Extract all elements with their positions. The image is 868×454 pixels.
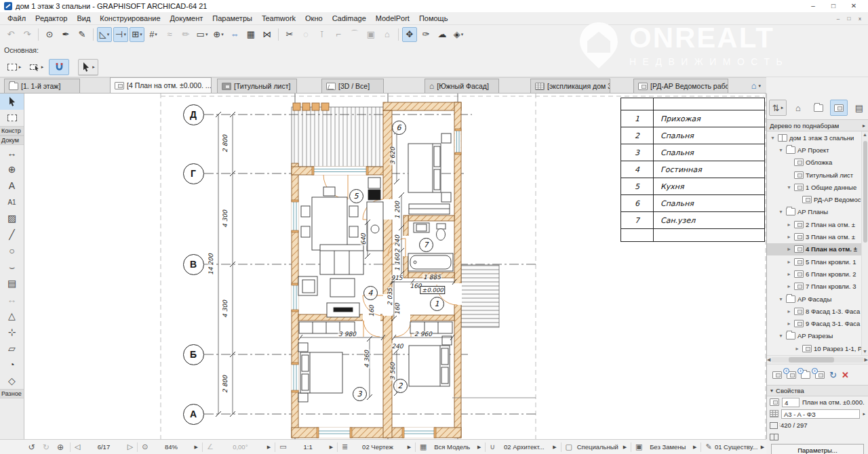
flyout-arrow-icon[interactable]: ▶ [761,445,764,450]
expander-closed-icon[interactable]: ▸ [786,246,792,252]
new-layout-button[interactable]: + [787,371,796,379]
zoom-level[interactable]: ⊙84%▶ [140,440,200,454]
expander-closed-icon[interactable]: ▸ [786,321,792,327]
move-view-icon[interactable]: ⇔ [227,27,242,42]
flyout-arrow-icon[interactable]: ▸ [92,64,95,70]
view-map-icon[interactable] [810,100,827,116]
palette-group-document[interactable]: Докум [0,136,24,145]
flyout-arrow-icon[interactable]: ▶ [693,445,696,450]
pickup-parameters-icon[interactable]: ⊙ [42,27,57,42]
scroll-left-icon[interactable]: ◀ [767,357,770,363]
snap-reference-icon[interactable]: ⊣▾ [113,27,128,42]
layout-id-input[interactable]: 4 [782,398,800,407]
tree-item[interactable]: ▸6 План кровли. 2 [767,268,868,280]
tree-vertical-scrollbar[interactable]: ▲▼ [861,131,868,355]
refresh-button[interactable]: ↻ [829,370,837,380]
arrange-icon[interactable]: ✥ [402,27,417,42]
mdi-minimize-button[interactable]: – [833,16,844,22]
flyout-arrow-icon[interactable]: ▶ [195,445,198,450]
figure-tool[interactable]: ▤ [0,275,24,291]
tree-item[interactable]: ▸9 Фасад 3-1. Фаса [767,317,868,329]
zoom-increase-icon[interactable]: ⊕ [53,442,67,452]
flyout-arrow-icon[interactable]: ▶ [623,445,627,450]
expander-closed-icon[interactable]: ▸ [786,222,792,228]
detail-tool[interactable]: ◔ [0,356,24,373]
expander-closed-icon[interactable]: ▸ [786,308,792,314]
tree-horizontal-scrollbar[interactable]: ◀ ▶ [767,355,868,365]
fill-tool[interactable]: ▨ [0,210,24,226]
new-master-layout-button[interactable]: + [815,371,825,379]
schedule-icon[interactable]: ▦ [243,27,258,42]
layout-settings-button[interactable]: Параметры... [771,444,864,454]
master-layout-flyout-icon[interactable]: ▸ [863,411,865,417]
organizer-button[interactable]: ⇅▸ [769,100,787,116]
tree-item[interactable]: ▸3 План на отм. ± [767,230,868,243]
tab-1[interactable]: [1. 1-й этаж] [4,79,80,93]
guide-lines-icon[interactable]: ◺▾ [97,27,112,42]
arrow-tool[interactable] [0,94,24,110]
expander-open-icon[interactable]: ▾ [786,184,792,190]
hotspot-tool[interactable]: ⊹ [0,324,24,340]
close-button[interactable]: ✕ [844,0,864,12]
menu-Окно[interactable]: Окно [300,12,328,24]
delete-button[interactable]: ✕ [842,370,849,380]
model-filter[interactable]: ▦Вся Модель▶ [418,440,483,454]
graphic-overrides[interactable]: ▣Без Замены▶ [633,440,698,454]
maximize-button[interactable]: □ [823,0,844,12]
expander-open-icon[interactable]: ▾ [778,296,784,302]
layout-name-value[interactable]: План на отм. ±0.000. [802,398,865,406]
expander-closed-icon[interactable]: ▸ [786,259,792,265]
arrow-button[interactable]: ▸ [78,59,98,75]
flyout-arrow-icon[interactable]: ▸ [41,64,44,70]
circle-tool[interactable]: ○ [0,243,24,259]
expander-closed-icon[interactable]: ▸ [786,271,792,277]
dimension-tool[interactable]: ↔ [0,145,24,161]
tree-item[interactable]: ▸8 Фасад 1-3. Фаса [767,305,868,317]
trim-icon[interactable]: ✂ [282,27,297,42]
dropdown-arrow-icon[interactable]: ▾ [107,32,110,37]
dropdown-arrow-icon[interactable]: ▾ [461,32,464,37]
annotate-icon[interactable]: ✑ [418,27,433,42]
tree-item[interactable]: ▾АР Планы [767,206,868,218]
page-prev-icon[interactable]: ◁ [75,442,80,451]
tab-overflow-button[interactable]: ⌂▾ [751,81,761,91]
publisher-sets-icon[interactable]: ▤ [850,100,868,116]
tab-2[interactable]: [4 План на отм. ±0.000. ...× [110,77,212,93]
text-tool[interactable]: A [0,178,24,194]
coordinate-input-icon[interactable]: ⊞▾ [130,27,144,42]
drawing-canvas[interactable]: ДГВБА2 8004 3004 3002 80014 2003 6206401… [24,94,766,439]
menu-Cadimage[interactable]: Cadimage [328,12,371,24]
tree-item[interactable]: Обложка [767,157,868,169]
spline-tool[interactable]: ⌣ [0,259,24,275]
scrollbar-thumb[interactable] [789,357,834,363]
tree-item[interactable]: ▸4 План на отм. ± [767,243,868,255]
expander-open-icon[interactable]: ▾ [778,209,784,215]
menu-Параметры[interactable]: Параметры [208,12,257,24]
grid-snap-icon[interactable]: #▾ [146,27,161,42]
dropdown-arrow-icon[interactable]: ▾ [155,32,157,37]
marquee-arrow-button[interactable]: ▸ [26,59,47,75]
drawing-scale[interactable]: ▭1:1▶ [277,440,335,454]
tree-item[interactable]: ▸5 План кровли. 1 [767,255,868,268]
flyout-arrow-icon[interactable]: ▸ [19,64,22,70]
tree-item[interactable]: ▾дом 1 этаж 3 спальни [767,131,868,144]
level-tool[interactable]: △ [0,308,24,324]
line-tool[interactable]: ╱ [0,226,24,243]
dropdown-arrow-icon[interactable]: ▾ [205,32,208,37]
tab-6[interactable]: [экспликация дом 3] [530,79,610,93]
menu-Помощь[interactable]: Помощь [414,12,453,24]
dropdown-arrow-icon[interactable]: ▾ [140,32,142,37]
scrollbar-thumb[interactable] [863,141,867,243]
pen-icon[interactable]: ✎ [75,27,90,42]
tree-item[interactable]: Титульный лист [767,169,868,181]
level-dimension-tool[interactable]: ⊕ [0,161,24,178]
selection-flyout-button[interactable]: ▸ [4,59,24,75]
marquee-tool[interactable] [0,110,24,126]
tree-item[interactable]: ▸7 План кровли. 3 [767,281,868,293]
menu-Конструирование[interactable]: Конструирование [95,12,165,24]
layout-book-icon[interactable] [830,100,848,116]
expander-open-icon[interactable]: ▾ [778,147,784,153]
page-next-icon[interactable]: ▷ [127,442,133,451]
view-rotation[interactable]: ∠0,00°▶ [205,440,273,454]
layout-pager[interactable]: ◁6/17▷ [73,440,136,454]
